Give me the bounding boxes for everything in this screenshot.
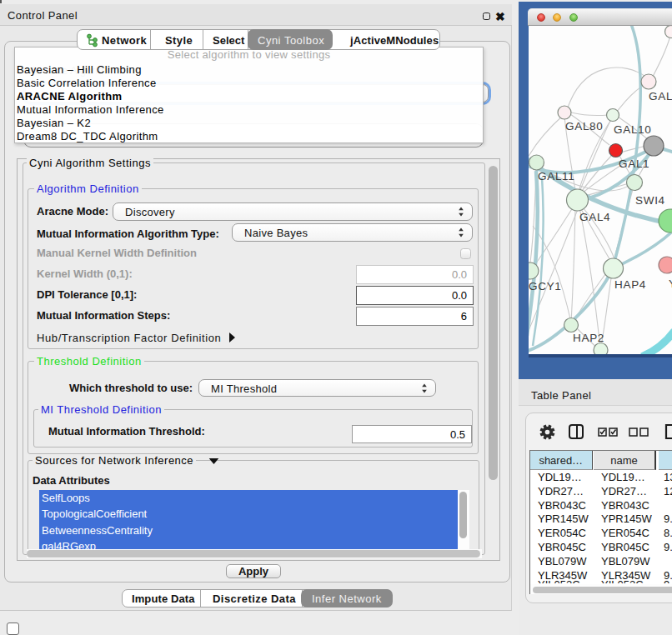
svg-text:SWI4: SWI4 bbox=[635, 194, 665, 207]
svg-text:HAP4: HAP4 bbox=[614, 278, 646, 291]
svg-text:GAL10: GAL10 bbox=[614, 123, 652, 136]
svg-text:GAL1: GAL1 bbox=[619, 158, 649, 170]
svg-text:GAL2: GAL2 bbox=[649, 90, 672, 102]
svg-text:GAL4: GAL4 bbox=[579, 211, 610, 223]
svg-text:HAP2: HAP2 bbox=[573, 332, 604, 344]
svg-text:GAL11: GAL11 bbox=[538, 170, 575, 182]
svg-text:GAL80: GAL80 bbox=[565, 120, 604, 132]
svg-text:GCY1: GCY1 bbox=[529, 280, 562, 292]
svg-text:Y: Y bbox=[669, 278, 672, 290]
